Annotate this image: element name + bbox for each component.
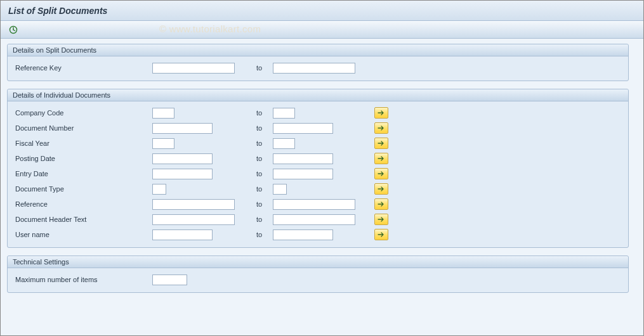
label-company-code: Company Code — [13, 109, 152, 117]
label-max-items: Maximum number of items — [13, 276, 152, 283]
clock-execute-icon — [9, 25, 18, 34]
user-name-to-input[interactable] — [273, 229, 333, 240]
svg-line-2 — [13, 30, 15, 31]
entry-date-multi-button[interactable] — [374, 168, 388, 179]
reference-from-input[interactable] — [152, 199, 235, 210]
toolbar: © www.tutorialkart.com — [1, 21, 643, 39]
row-entry-date: Entry Date to — [13, 166, 623, 181]
label-document-number: Document Number — [13, 124, 152, 132]
document-type-from-input[interactable] — [152, 184, 166, 195]
row-reference: Reference to — [13, 197, 623, 212]
fiscal-year-multi-button[interactable] — [374, 138, 388, 149]
arrow-right-icon — [378, 140, 385, 146]
to-label: to — [254, 124, 273, 132]
reference-multi-button[interactable] — [374, 198, 388, 210]
posting-date-to-input[interactable] — [273, 153, 333, 164]
arrow-right-icon — [378, 216, 385, 223]
fiscal-year-from-input[interactable] — [152, 138, 174, 149]
window-header: List of Split Documents — [1, 1, 643, 21]
label-document-type: Document Type — [13, 185, 152, 193]
user-name-multi-button[interactable] — [374, 229, 388, 240]
to-label: to — [254, 139, 273, 147]
to-label: to — [254, 170, 273, 178]
group-split-documents: Details on Split Documents Reference Key… — [7, 44, 629, 81]
arrow-right-icon — [378, 110, 385, 116]
label-doc-header-text: Document Header Text — [13, 216, 152, 223]
arrow-right-icon — [378, 155, 385, 162]
arrow-right-icon — [378, 201, 385, 207]
group-individual-documents: Details of Individual Documents Company … — [7, 89, 629, 248]
to-label: to — [254, 109, 273, 117]
row-fiscal-year: Fiscal Year to — [13, 136, 623, 151]
to-label: to — [254, 64, 273, 72]
content-area: Details on Split Documents Reference Key… — [1, 39, 643, 335]
label-reference-key: Reference Key — [13, 64, 152, 72]
label-reference: Reference — [13, 200, 152, 208]
row-reference-key: Reference Key to — [13, 60, 623, 75]
reference-key-from-input[interactable] — [152, 63, 235, 74]
label-posting-date: Posting Date — [13, 155, 152, 162]
doc-header-text-from-input[interactable] — [152, 214, 235, 225]
reference-to-input[interactable] — [273, 199, 355, 210]
to-label: to — [254, 155, 273, 162]
posting-date-from-input[interactable] — [152, 153, 213, 164]
fiscal-year-to-input[interactable] — [273, 138, 295, 149]
row-posting-date: Posting Date to — [13, 151, 623, 166]
doc-header-text-to-input[interactable] — [273, 214, 355, 225]
row-document-number: Document Number to — [13, 120, 623, 136]
arrow-right-icon — [378, 171, 385, 177]
document-type-multi-button[interactable] — [374, 183, 388, 195]
document-number-multi-button[interactable] — [374, 122, 388, 134]
document-type-to-input[interactable] — [273, 184, 287, 195]
page-title: List of Split Documents — [8, 6, 107, 16]
label-user-name: User name — [13, 231, 152, 238]
to-label: to — [254, 185, 273, 193]
doc-header-text-multi-button[interactable] — [374, 214, 388, 225]
row-doc-header-text: Document Header Text to — [13, 212, 623, 227]
arrow-right-icon — [378, 231, 385, 238]
document-number-to-input[interactable] — [273, 123, 333, 134]
label-fiscal-year: Fiscal Year — [13, 139, 152, 147]
to-label: to — [254, 231, 273, 238]
row-document-type: Document Type to — [13, 181, 623, 197]
row-user-name: User name to — [13, 227, 623, 242]
user-name-from-input[interactable] — [152, 229, 213, 240]
document-number-from-input[interactable] — [152, 123, 213, 134]
label-entry-date: Entry Date — [13, 170, 152, 178]
max-items-input[interactable] — [152, 275, 187, 285]
row-company-code: Company Code to — [13, 105, 623, 120]
group-header-technical: Technical Settings — [8, 256, 628, 268]
row-max-items: Maximum number of items — [13, 272, 623, 287]
entry-date-to-input[interactable] — [273, 169, 333, 179]
company-code-multi-button[interactable] — [374, 107, 388, 119]
arrow-right-icon — [378, 186, 385, 192]
company-code-to-input[interactable] — [273, 108, 295, 119]
entry-date-from-input[interactable] — [152, 169, 213, 179]
watermark-text: © www.tutorialkart.com — [159, 23, 261, 34]
posting-date-multi-button[interactable] — [374, 153, 388, 164]
group-header-split: Details on Split Documents — [8, 44, 628, 56]
company-code-from-input[interactable] — [152, 108, 174, 119]
arrow-right-icon — [378, 125, 385, 131]
to-label: to — [254, 216, 273, 223]
reference-key-to-input[interactable] — [273, 63, 355, 74]
group-technical-settings: Technical Settings Maximum number of ite… — [7, 255, 629, 293]
to-label: to — [254, 200, 273, 208]
execute-button[interactable] — [7, 23, 20, 36]
group-header-individual: Details of Individual Documents — [8, 89, 628, 101]
